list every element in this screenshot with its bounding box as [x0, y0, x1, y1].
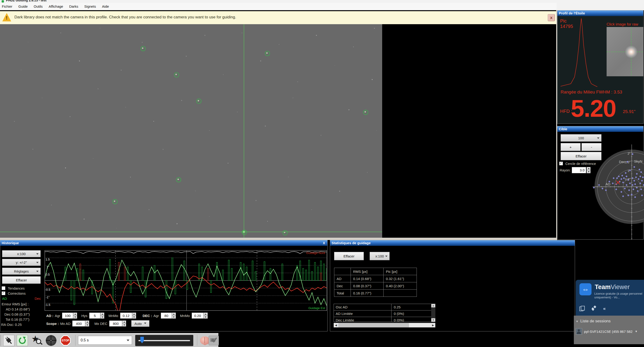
detected-star[interactable] [176, 177, 181, 182]
phd2-main-window: PHD2 Guiding 2.6.13 - test Fichier Guide… [0, 0, 644, 347]
detected-star[interactable] [282, 230, 288, 235]
trend-row[interactable]: Tendances [2, 286, 25, 290]
max-dec-duration-input[interactable] [109, 320, 122, 326]
scroll-down-arrow-icon[interactable]: ▼ [431, 318, 435, 322]
stats-horizontal-scrollbar[interactable]: ◀ ▶ [334, 323, 435, 327]
menu-darks[interactable]: Darks [69, 5, 78, 8]
menu-signets[interactable]: Signets [84, 5, 96, 8]
camera-settings-button[interactable] [208, 335, 219, 346]
dec-aggression-input[interactable] [161, 312, 172, 319]
collapse-icon[interactable]: « [603, 306, 606, 311]
hysteresis-input[interactable] [89, 312, 100, 319]
history-settings-dropdown[interactable]: Réglages [2, 268, 41, 275]
faint-star [316, 35, 317, 36]
target-zoom-dropdown[interactable]: 100 [560, 134, 602, 142]
trend-checkbox[interactable] [2, 286, 5, 290]
star-profile-titlebar[interactable]: Profil de l'Étoile [557, 11, 643, 16]
stop-button[interactable]: STOP [60, 335, 71, 346]
loop-arrows-icon [19, 337, 26, 344]
guide-camera-image[interactable] [0, 24, 557, 238]
detected-star[interactable] [112, 199, 118, 204]
stats-detail-list[interactable]: Osc AD0.25 AD Limitée0 (0%) Dec Limitée0… [334, 304, 435, 322]
dec-mode-dropdown[interactable]: Auto [131, 320, 150, 327]
list-item: AD Limitée0 (0%) [334, 310, 435, 317]
faint-star [334, 65, 335, 66]
target-panel: Cible 100 + - Effacer Cercle de référenc… [557, 126, 644, 240]
dec-aggression-spinner[interactable] [172, 312, 176, 319]
stretch-slider[interactable] [135, 335, 193, 346]
scroll-right-arrow-icon[interactable]: ▶ [431, 323, 435, 327]
menu-fichier[interactable]: Fichier [2, 5, 12, 8]
ytick: 0.5 [46, 273, 50, 276]
menu-outils[interactable]: Outils [34, 5, 42, 8]
faint-star [204, 35, 205, 36]
click-image-hint: Click image for raw [606, 22, 638, 27]
reference-circle-row[interactable]: Cercle de référence [559, 162, 596, 166]
star-magnifier-icon: ★ [31, 335, 42, 346]
detected-star[interactable] [265, 51, 270, 56]
faint-star [237, 112, 238, 112]
corrections-row[interactable]: Corrections [2, 291, 26, 296]
start-guiding-button[interactable] [46, 335, 57, 346]
scroll-left-arrow-icon[interactable]: ◀ [334, 323, 338, 327]
menu-guide[interactable]: Guide [18, 5, 28, 8]
window-titlebar[interactable]: PHD2 Guiding 2.6.13 - test [0, 0, 644, 3]
chevron-down-icon [385, 256, 388, 257]
dec-minmove-input[interactable] [192, 312, 204, 319]
detected-star[interactable] [174, 72, 179, 78]
detected-star[interactable] [140, 46, 146, 51]
history-close-button[interactable]: X [323, 240, 325, 246]
session-name: pyl-SVF1421C5E (455 867 582 [584, 329, 632, 333]
stats-clear-button[interactable]: Effacer [334, 252, 364, 260]
sessions-list-header[interactable]: ▼Liste de sessions [576, 319, 610, 323]
faint-star [348, 109, 350, 110]
copy-icon[interactable] [580, 306, 584, 311]
radius-input[interactable] [572, 167, 586, 173]
faint-star [126, 107, 126, 107]
target-titlebar[interactable]: Cible [557, 126, 643, 132]
history-titlebar[interactable]: Historique X [0, 240, 327, 246]
session-list-item[interactable]: pyl-SVF1421C5E (455 867 582 ▼ [576, 328, 638, 335]
exposure-dropdown[interactable]: 0.5 s [78, 336, 132, 345]
ra-aggression-input[interactable] [62, 312, 73, 319]
corrections-checkbox[interactable] [2, 291, 5, 295]
menu-aide[interactable]: Aide [102, 5, 109, 8]
ra-minmove-input[interactable] [120, 312, 132, 319]
connect-equipment-button[interactable] [3, 335, 14, 346]
faint-star [42, 98, 42, 98]
table-row: Total0.16 (0.77'') [334, 289, 417, 297]
max-ra-duration-input[interactable] [72, 320, 85, 326]
stats-titlebar[interactable]: Statistiques de guidage [330, 240, 575, 246]
history-clear-button[interactable]: Effacer [2, 276, 41, 284]
menu-affichage[interactable]: Affichage [48, 5, 63, 8]
max-ra-spinner[interactable] [85, 320, 89, 326]
target-zoom-in-button[interactable]: + [560, 143, 580, 151]
paintbrush-icon[interactable] [591, 306, 596, 311]
chevron-down-icon [36, 271, 38, 272]
target-zoom-value: 100 [578, 136, 584, 140]
scrollbar-thumb[interactable] [338, 323, 409, 327]
auto-select-star-button[interactable]: ★ [31, 335, 42, 346]
radius-spinner[interactable] [586, 167, 590, 173]
stats-vertical-scrollbar[interactable]: ▲ ▼ [431, 304, 435, 322]
star-zoom-thumbnail[interactable] [606, 27, 643, 76]
hysteresis-spinner[interactable] [100, 312, 104, 319]
faint-star [79, 61, 80, 61]
detected-star[interactable] [363, 110, 368, 115]
max-dec-spinner[interactable] [122, 320, 126, 326]
slider-handle[interactable] [140, 337, 144, 343]
teamviewer-brand: TeamViewer [595, 283, 630, 291]
stats-xscale-dropdown[interactable]: x:100 [370, 252, 390, 260]
toolbar-grip[interactable] [0, 335, 1, 345]
history-yscale-dropdown[interactable]: y: +/-2'' [2, 259, 41, 266]
loop-exposures-button[interactable] [17, 335, 28, 346]
faint-star [32, 149, 33, 150]
reference-circle-checkbox[interactable] [559, 162, 563, 165]
ra-minmove-spinner[interactable] [132, 312, 136, 319]
detected-star[interactable] [196, 99, 202, 104]
history-xscale-dropdown[interactable]: x:100 [2, 250, 41, 257]
ra-aggression-spinner[interactable] [73, 312, 77, 319]
scroll-up-arrow-icon[interactable]: ▲ [431, 304, 435, 307]
warning-close-button[interactable]: X [548, 14, 555, 21]
dec-minmove-spinner[interactable] [204, 312, 208, 319]
